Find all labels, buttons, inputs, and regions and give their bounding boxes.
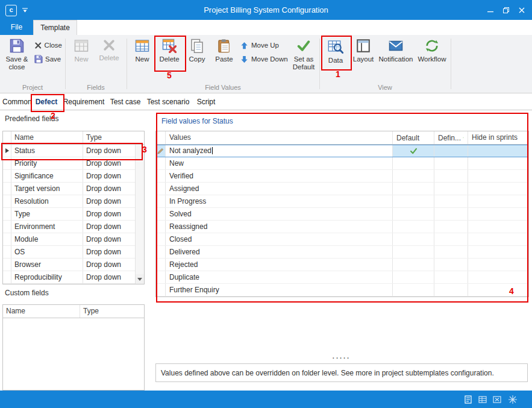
- hide-cell[interactable]: [468, 145, 528, 157]
- tab-requirement[interactable]: Requirement: [61, 96, 106, 108]
- set-as-default-button[interactable]: Set as Default: [288, 37, 319, 83]
- splitter-grip[interactable]: .....: [318, 353, 366, 360]
- predefined-fields-scrollbar[interactable]: [135, 145, 144, 284]
- field-name-cell[interactable]: Reproducibility: [11, 271, 83, 283]
- defined-cell[interactable]: [434, 271, 468, 283]
- name-column-header[interactable]: Name: [11, 131, 83, 144]
- move-down-button[interactable]: Move Down: [240, 54, 288, 64]
- hide-cell[interactable]: [468, 284, 528, 296]
- value-cell[interactable]: Rejected: [166, 259, 393, 271]
- field-name-cell[interactable]: Significance: [11, 170, 83, 182]
- move-up-button[interactable]: Move Up: [240, 40, 288, 51]
- tab-defect[interactable]: Defect: [33, 96, 60, 108]
- save-button[interactable]: Save: [34, 54, 62, 64]
- template-tab[interactable]: Template: [33, 20, 77, 35]
- value-row[interactable]: Reassigned: [156, 221, 528, 233]
- value-cell[interactable]: Solved: [166, 208, 393, 220]
- data-button[interactable]: Data: [323, 37, 348, 83]
- default-cell[interactable]: [393, 157, 434, 169]
- defined-cell[interactable]: [434, 221, 468, 233]
- delete-value-button[interactable]: Delete: [156, 37, 183, 83]
- defined-cell[interactable]: [434, 208, 468, 220]
- value-row[interactable]: Delivered: [156, 246, 528, 259]
- defined-cell[interactable]: [434, 284, 468, 296]
- field-row-status[interactable]: Status Drop down: [3, 145, 144, 157]
- defined-cell[interactable]: [434, 157, 468, 169]
- maximize-button[interactable]: [498, 0, 514, 20]
- close-window-button[interactable]: [514, 0, 530, 20]
- paste-button[interactable]: Paste: [211, 37, 237, 83]
- scroll-down-button[interactable]: [136, 274, 144, 284]
- field-row[interactable]: Priority Drop down: [3, 157, 144, 170]
- field-row[interactable]: Reproducibility Drop down: [3, 271, 144, 284]
- statusbar-grid-button[interactable]: [477, 394, 488, 405]
- default-cell[interactable]: [393, 259, 434, 271]
- tab-test-scenario[interactable]: Test scenario: [145, 96, 192, 108]
- value-cell[interactable]: Further Enquiry: [166, 284, 393, 296]
- hide-cell[interactable]: [468, 183, 528, 195]
- statusbar-document-button[interactable]: [463, 394, 474, 405]
- value-cell[interactable]: New: [166, 157, 393, 169]
- field-name-cell[interactable]: Priority: [11, 157, 83, 169]
- value-cell[interactable]: Delivered: [166, 246, 393, 258]
- delete-field-button[interactable]: Delete: [95, 37, 123, 83]
- file-tab[interactable]: File: [0, 20, 33, 35]
- new-value-button[interactable]: New: [129, 37, 155, 83]
- value-cell[interactable]: Assigned: [166, 183, 393, 195]
- defined-cell[interactable]: [434, 246, 468, 258]
- value-row[interactable]: Rejected: [156, 259, 528, 271]
- field-name-cell[interactable]: Browser: [11, 259, 83, 271]
- defined-cell[interactable]: [434, 183, 468, 195]
- field-row[interactable]: Environment Drop down: [3, 221, 144, 233]
- hide-cell[interactable]: [468, 221, 528, 233]
- default-cell[interactable]: [393, 233, 434, 245]
- hide-cell[interactable]: [468, 259, 528, 271]
- value-cell[interactable]: Duplicate: [166, 271, 393, 283]
- field-row[interactable]: Browser Drop down: [3, 259, 144, 271]
- default-cell[interactable]: [393, 221, 434, 233]
- custom-type-column-header[interactable]: Type: [80, 305, 144, 318]
- defined-cell[interactable]: [434, 195, 468, 207]
- value-row[interactable]: Closed: [156, 233, 528, 246]
- hide-cell[interactable]: [468, 170, 528, 182]
- value-row-selected[interactable]: Not analyzed: [156, 145, 528, 157]
- value-cell-editing[interactable]: Not analyzed: [166, 145, 393, 157]
- defined-cell[interactable]: [434, 170, 468, 182]
- notification-button[interactable]: Notification: [378, 37, 414, 83]
- hide-cell[interactable]: [468, 208, 528, 220]
- minimize-button[interactable]: [483, 0, 498, 20]
- defined-column-header[interactable]: Defin...: [434, 131, 468, 144]
- custom-name-column-header[interactable]: Name: [3, 305, 80, 318]
- tab-script[interactable]: Script: [194, 96, 218, 108]
- hide-cell[interactable]: [468, 233, 528, 245]
- hide-in-sprints-column-header[interactable]: Hide in sprints: [468, 131, 528, 144]
- new-field-button[interactable]: New: [67, 37, 95, 83]
- default-cell[interactable]: [393, 195, 434, 207]
- field-name-cell[interactable]: Status: [11, 145, 83, 157]
- default-cell[interactable]: [393, 170, 434, 182]
- field-name-cell[interactable]: Target version: [11, 183, 83, 195]
- statusbar-grid-close-button[interactable]: [492, 394, 502, 405]
- hide-cell[interactable]: [468, 157, 528, 169]
- field-name-cell[interactable]: Module: [11, 233, 83, 245]
- value-row[interactable]: New: [156, 157, 528, 170]
- value-row[interactable]: Solved: [156, 208, 528, 221]
- defined-cell[interactable]: [434, 145, 468, 157]
- defined-cell[interactable]: [434, 233, 468, 245]
- default-column-header[interactable]: Default: [393, 131, 434, 144]
- default-cell[interactable]: [393, 271, 434, 283]
- field-row[interactable]: Target version Drop down: [3, 183, 144, 195]
- field-row[interactable]: Resolution Drop down: [3, 195, 144, 208]
- value-row[interactable]: Assigned: [156, 183, 528, 195]
- value-cell[interactable]: Closed: [166, 233, 393, 245]
- values-column-header[interactable]: Values: [166, 131, 393, 144]
- tab-test-case[interactable]: Test case: [108, 96, 142, 108]
- value-cell[interactable]: Verified: [166, 170, 393, 182]
- value-cell[interactable]: In Progress: [166, 195, 393, 207]
- layout-button[interactable]: Layout: [350, 37, 377, 83]
- field-row[interactable]: Type Drop down: [3, 208, 144, 221]
- close-button[interactable]: Close: [34, 40, 62, 51]
- field-name-cell[interactable]: OS: [11, 246, 83, 258]
- value-row[interactable]: In Progress: [156, 195, 528, 208]
- field-name-cell[interactable]: Environment: [11, 221, 83, 233]
